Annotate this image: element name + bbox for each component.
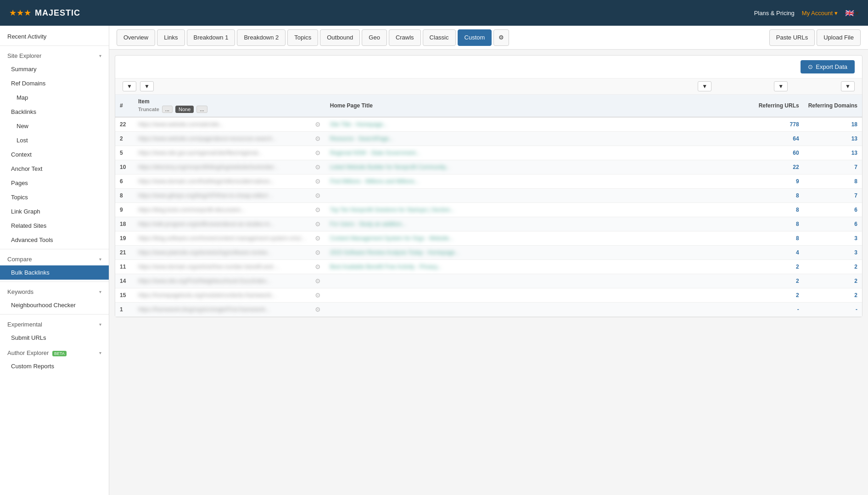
row-ref-domains-link[interactable]: 6: [854, 207, 857, 213]
row-ref-domains-link[interactable]: 13: [851, 135, 857, 142]
sidebar-item-submit-urls[interactable]: Submit URLs: [0, 331, 109, 345]
sidebar-section-experimental[interactable]: Experimental ▾: [0, 316, 109, 331]
filter-dropdown-4[interactable]: ▼: [774, 81, 788, 91]
row-url[interactable]: https://directory.org/nonprofit/blog/log…: [138, 164, 278, 170]
tab-geo[interactable]: Geo: [362, 29, 387, 46]
row-gear-icon[interactable]: ⚙: [315, 220, 321, 228]
row-ref-urls-link[interactable]: 8: [796, 221, 799, 227]
truncate-none-btn[interactable]: None: [175, 106, 194, 113]
tab-topics[interactable]: Topics: [287, 29, 318, 46]
row-ref-domains-link[interactable]: 13: [851, 150, 857, 156]
sidebar-section-compare[interactable]: Compare ▾: [0, 251, 109, 265]
row-gear-icon[interactable]: ⚙: [315, 249, 321, 256]
row-ref-domains-link[interactable]: 2: [854, 264, 857, 270]
row-gear-icon[interactable]: ⚙: [315, 263, 321, 270]
tab-custom[interactable]: Custom: [458, 29, 492, 46]
row-url[interactable]: https://www.site.org/First/Neighbourhood…: [138, 278, 271, 284]
row-gear-icon[interactable]: ⚙: [315, 163, 321, 171]
filter-dropdown-5[interactable]: ▼: [841, 81, 855, 91]
row-url[interactable]: https://www.plainsite.org/dockets/log/so…: [138, 249, 271, 256]
filter-dropdown-1[interactable]: ▼: [123, 81, 136, 91]
row-ref-domains-link[interactable]: 7: [854, 164, 857, 170]
row-url[interactable]: https://www.domain.org/article/free-numb…: [138, 264, 279, 270]
sidebar-section-site-explorer[interactable]: Site Explorer ▾: [0, 48, 109, 62]
sidebar-section-author-explorer[interactable]: Author Explorer BETA ▾: [0, 345, 109, 359]
row-ref-urls-link[interactable]: 9: [796, 178, 799, 185]
row-ref-domains-link[interactable]: 6: [854, 221, 857, 227]
plans-pricing-link[interactable]: Plans & Pricing: [754, 10, 795, 17]
sidebar-item-ref-domains[interactable]: Ref Domains: [0, 76, 109, 90]
row-ref-urls-link[interactable]: 2: [796, 292, 799, 298]
language-selector[interactable]: 🇬🇧 ▾: [845, 9, 859, 17]
sidebar-item-recent-activity[interactable]: Recent Activity: [0, 29, 109, 44]
row-gear-icon[interactable]: ⚙: [315, 277, 321, 285]
row-url[interactable]: https://homepagetools.org/module/content…: [138, 292, 276, 298]
row-ref-urls-link[interactable]: 8: [796, 207, 799, 213]
row-url[interactable]: https://blog.tools.com/nonprofit-discuss…: [138, 207, 245, 213]
row-ref-domains-link[interactable]: 8: [854, 178, 857, 185]
sidebar-item-context[interactable]: Context: [0, 147, 109, 162]
sidebar-section-keywords[interactable]: Keywords ▾: [0, 284, 109, 298]
row-gear-icon[interactable]: ⚙: [315, 206, 321, 214]
row-ref-domains-link[interactable]: -: [856, 306, 857, 313]
export-data-button[interactable]: ⊙ Export Data: [801, 60, 855, 73]
row-url[interactable]: https://www.website.com/page/about-resou…: [138, 135, 276, 142]
row-ref-urls-link[interactable]: 2: [796, 278, 799, 284]
row-url[interactable]: https://blog.software.com/home/content-m…: [138, 235, 306, 242]
tab-classic[interactable]: Classic: [423, 29, 456, 46]
my-account-button[interactable]: My Account ▾: [802, 10, 838, 17]
sidebar-item-bulk-backlinks[interactable]: Bulk Backlinks: [0, 265, 109, 280]
row-url[interactable]: https://www.domain.com/find/blog/million…: [138, 178, 274, 185]
upload-file-button[interactable]: Upload File: [817, 29, 861, 46]
row-url[interactable]: https://framework.blog/org/en/single/Fir…: [138, 306, 270, 313]
row-ref-urls-link[interactable]: 8: [796, 235, 799, 242]
row-ref-domains-link[interactable]: 3: [854, 249, 857, 256]
row-url[interactable]: https://www.site.gov.au/regional/site/fi…: [138, 150, 263, 156]
row-url[interactable]: https://www.website.com/adv/site...: [138, 121, 224, 128]
sidebar-item-advanced-tools[interactable]: Advanced Tools: [0, 233, 109, 247]
row-gear-icon[interactable]: ⚙: [315, 149, 321, 157]
sidebar-item-neighbourhood-checker[interactable]: Neighbourhood Checker: [0, 298, 109, 312]
row-url[interactable]: https://wiki.program.org/w/Browse/about-…: [138, 221, 274, 227]
sidebar-item-lost[interactable]: Lost: [0, 133, 109, 147]
sidebar-item-custom-reports[interactable]: Custom Reports: [0, 359, 109, 373]
sidebar-item-topics[interactable]: Topics: [0, 190, 109, 204]
row-ref-urls-link[interactable]: 778: [790, 121, 799, 128]
row-gear-icon[interactable]: ⚙: [315, 306, 321, 313]
sidebar-item-related-sites[interactable]: Related Sites: [0, 219, 109, 233]
row-ref-domains-link[interactable]: 7: [854, 192, 857, 199]
sidebar-item-anchor-text[interactable]: Anchor Text: [0, 162, 109, 176]
filter-dropdown-2[interactable]: ▼: [140, 81, 154, 91]
row-ref-domains-link[interactable]: 18: [851, 121, 857, 128]
tab-breakdown2[interactable]: Breakdown 2: [237, 29, 286, 46]
paste-urls-button[interactable]: Paste URLs: [769, 29, 815, 46]
row-ref-urls-link[interactable]: 64: [793, 135, 799, 142]
sidebar-item-map[interactable]: Map: [0, 90, 109, 105]
row-gear-icon[interactable]: ⚙: [315, 178, 321, 185]
tab-overview[interactable]: Overview: [117, 29, 155, 46]
tab-links[interactable]: Links: [157, 29, 185, 46]
row-url[interactable]: https://www.gitrepo.org/blog/API/free-to…: [138, 192, 273, 199]
row-gear-icon[interactable]: ⚙: [315, 192, 321, 199]
row-ref-urls-link[interactable]: 4: [796, 249, 799, 256]
tab-crawls[interactable]: Crawls: [389, 29, 421, 46]
row-gear-icon[interactable]: ⚙: [315, 135, 321, 142]
tab-outbound[interactable]: Outbound: [320, 29, 360, 46]
row-ref-urls-link[interactable]: 8: [796, 192, 799, 199]
row-ref-domains-link[interactable]: 2: [854, 278, 857, 284]
row-ref-urls-link[interactable]: 2: [796, 264, 799, 270]
row-gear-icon[interactable]: ⚙: [315, 235, 321, 242]
truncate-dots2-btn[interactable]: ...: [196, 106, 207, 113]
row-gear-icon[interactable]: ⚙: [315, 121, 321, 128]
sidebar-item-link-graph[interactable]: Link Graph: [0, 204, 109, 219]
row-ref-domains-link[interactable]: 3: [854, 235, 857, 242]
tab-breakdown1[interactable]: Breakdown 1: [187, 29, 235, 46]
row-gear-icon[interactable]: ⚙: [315, 292, 321, 299]
row-ref-urls-link[interactable]: 60: [793, 150, 799, 156]
sidebar-item-pages[interactable]: Pages: [0, 176, 109, 190]
truncate-dots-btn[interactable]: ...: [162, 106, 173, 113]
settings-icon-button[interactable]: ⚙: [493, 29, 509, 46]
row-ref-domains-link[interactable]: 2: [854, 292, 857, 298]
sidebar-item-summary[interactable]: Summary: [0, 62, 109, 76]
sidebar-item-backlinks[interactable]: Backlinks: [0, 105, 109, 119]
